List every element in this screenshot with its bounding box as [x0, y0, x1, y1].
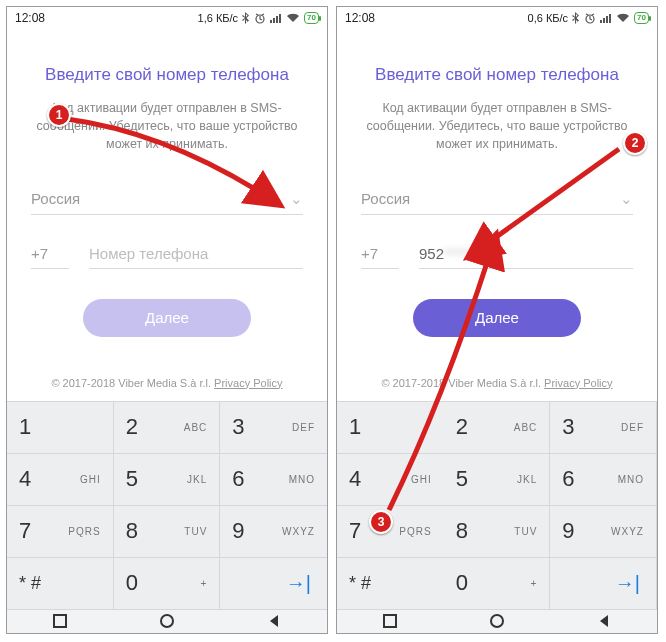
key-2[interactable]: 2ABC — [444, 402, 551, 454]
battery-icon: 70 — [634, 12, 649, 24]
phone-value: 952 — [419, 245, 444, 262]
callout-3: 3 — [369, 510, 393, 534]
footer: © 2017-2018 Viber Media S.à r.l. Privacy… — [51, 377, 282, 389]
status-net: 1,6 КБ/с — [198, 12, 239, 24]
key-1[interactable]: 1 — [7, 402, 114, 454]
status-time: 12:08 — [345, 11, 375, 25]
phone-value-hidden: ******* — [444, 245, 485, 262]
key-enter[interactable]: →| — [550, 558, 657, 610]
phone-screen-1: 12:08 1,6 КБ/с 70 1 Введите свой номер т… — [6, 6, 328, 634]
chevron-down-icon: ⌄ — [620, 190, 633, 208]
key-4[interactable]: 4GHI — [7, 454, 114, 506]
status-bar: 12:08 0,6 КБ/с 70 — [337, 7, 657, 25]
footer: © 2017-2018 Viber Media S.à r.l. Privacy… — [381, 377, 612, 389]
status-icons: 0,6 КБ/с 70 — [528, 12, 649, 24]
key-6[interactable]: 6MNO — [220, 454, 327, 506]
svg-rect-4 — [279, 14, 281, 23]
status-net: 0,6 КБ/с — [528, 12, 569, 24]
svg-rect-1 — [270, 20, 272, 23]
privacy-link[interactable]: Privacy Policy — [544, 377, 612, 389]
footer-copyright: © 2017-2018 Viber Media S.à r.l. — [51, 377, 211, 389]
signal-icon — [270, 13, 282, 23]
callout-2: 2 — [623, 131, 647, 155]
svg-point-13 — [491, 615, 503, 627]
wifi-icon — [616, 13, 630, 23]
key-5[interactable]: 5JKL — [114, 454, 221, 506]
svg-rect-5 — [54, 615, 66, 627]
page-subtitle: Код активации будет отправлен в SMS-сооб… — [361, 99, 633, 153]
key-star-hash[interactable]: * # — [7, 558, 114, 610]
svg-rect-3 — [276, 16, 278, 23]
footer-copyright: © 2017-2018 Viber Media S.à r.l. — [381, 377, 541, 389]
content-area: 1 Введите свой номер телефона Код актива… — [7, 25, 327, 400]
phone-screen-2: 12:08 0,6 КБ/с 70 2 Введите свой номер т… — [336, 6, 658, 634]
svg-rect-11 — [609, 14, 611, 23]
svg-rect-9 — [603, 18, 605, 23]
battery-icon: 70 — [304, 12, 319, 24]
alarm-icon — [254, 12, 266, 24]
key-star-hash[interactable]: * # — [337, 558, 444, 610]
bluetooth-icon — [242, 12, 250, 24]
nav-recent-icon[interactable] — [52, 613, 68, 629]
numeric-keypad: 1 2ABC 3DEF 4GHI 5JKL 6MNO 7PQRS 8TUV 9W… — [7, 401, 327, 610]
key-4[interactable]: 4GHI — [337, 454, 444, 506]
key-0[interactable]: 0+ — [444, 558, 551, 610]
country-label: Россия — [31, 190, 80, 207]
nav-home-icon[interactable] — [489, 613, 505, 629]
nav-back-icon[interactable] — [266, 613, 282, 629]
key-8[interactable]: 8TUV — [444, 506, 551, 558]
status-time: 12:08 — [15, 11, 45, 25]
key-9[interactable]: 9WXYZ — [550, 506, 657, 558]
svg-rect-12 — [384, 615, 396, 627]
svg-rect-2 — [273, 18, 275, 23]
page-title: Введите свой номер телефона — [375, 65, 619, 85]
nav-home-icon[interactable] — [159, 613, 175, 629]
android-navbar — [337, 610, 657, 633]
svg-rect-10 — [606, 16, 608, 23]
chevron-down-icon: ⌄ — [290, 190, 303, 208]
page-title: Введите свой номер телефона — [45, 65, 289, 85]
country-selector[interactable]: Россия ⌄ — [361, 186, 633, 215]
alarm-icon — [584, 12, 596, 24]
privacy-link[interactable]: Privacy Policy — [214, 377, 282, 389]
status-bar: 12:08 1,6 КБ/с 70 — [7, 7, 327, 25]
signal-icon — [600, 13, 612, 23]
svg-rect-8 — [600, 20, 602, 23]
enter-icon: →| — [286, 572, 311, 595]
country-label: Россия — [361, 190, 410, 207]
next-button[interactable]: Далее — [83, 299, 251, 337]
phone-input[interactable]: 952******* — [419, 241, 633, 269]
key-9[interactable]: 9WXYZ — [220, 506, 327, 558]
phone-placeholder: Номер телефона — [89, 245, 208, 262]
android-navbar — [7, 610, 327, 633]
svg-point-6 — [161, 615, 173, 627]
phone-row: +7 Номер телефона — [31, 241, 303, 269]
page-subtitle: Код активации будет отправлен в SMS-сооб… — [31, 99, 303, 153]
country-selector[interactable]: Россия ⌄ — [31, 186, 303, 215]
key-enter[interactable]: →| — [220, 558, 327, 610]
key-8[interactable]: 8TUV — [114, 506, 221, 558]
phone-row: +7 952******* — [361, 241, 633, 269]
bluetooth-icon — [572, 12, 580, 24]
next-button[interactable]: Далее — [413, 299, 581, 337]
country-code-field[interactable]: +7 — [31, 241, 69, 269]
phone-input[interactable]: Номер телефона — [89, 241, 303, 269]
key-0[interactable]: 0+ — [114, 558, 221, 610]
key-3[interactable]: 3DEF — [220, 402, 327, 454]
wifi-icon — [286, 13, 300, 23]
status-icons: 1,6 КБ/с 70 — [198, 12, 319, 24]
key-7[interactable]: 7PQRS — [337, 506, 444, 558]
country-code-field[interactable]: +7 — [361, 241, 399, 269]
key-3[interactable]: 3DEF — [550, 402, 657, 454]
key-7[interactable]: 7PQRS — [7, 506, 114, 558]
enter-icon: →| — [615, 572, 640, 595]
key-5[interactable]: 5JKL — [444, 454, 551, 506]
key-2[interactable]: 2ABC — [114, 402, 221, 454]
content-area: 2 Введите свой номер телефона Код актива… — [337, 25, 657, 400]
numeric-keypad: 3 1 2ABC 3DEF 4GHI 5JKL 6MNO 7PQRS 8TUV … — [337, 401, 657, 610]
nav-recent-icon[interactable] — [382, 613, 398, 629]
key-1[interactable]: 1 — [337, 402, 444, 454]
key-6[interactable]: 6MNO — [550, 454, 657, 506]
nav-back-icon[interactable] — [596, 613, 612, 629]
callout-1: 1 — [47, 103, 71, 127]
